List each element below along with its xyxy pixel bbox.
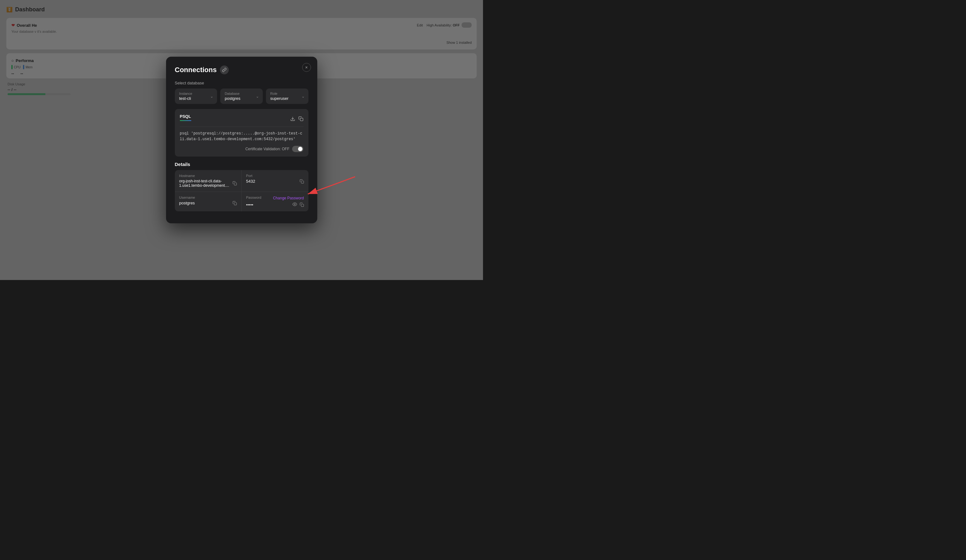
svg-point-5 (294, 204, 295, 205)
modal-header: Connections (175, 66, 309, 74)
svg-rect-1 (300, 118, 303, 121)
username-value: postgres (179, 200, 195, 205)
role-value: superuser (270, 96, 304, 101)
modal-overlay: Connections × Select database Instance t… (0, 0, 483, 280)
psql-action-icons (290, 116, 304, 121)
cert-validation-toggle[interactable] (292, 146, 304, 152)
chain-icon (220, 66, 229, 74)
toggle-password-button[interactable] (292, 202, 297, 208)
database-label: Database (225, 92, 258, 95)
details-grid: Hostname org-josh-inst-test-cli.data-1.u… (175, 170, 309, 211)
copy-password-button[interactable] (300, 202, 304, 207)
role-label: Role (270, 92, 304, 95)
role-chevron-icon: ⌄ (302, 94, 305, 99)
hostname-value: org-josh-inst-test-cli.data-1.use1.tembo… (179, 179, 233, 188)
select-database-label: Select database (175, 80, 309, 85)
close-button[interactable]: × (302, 63, 311, 72)
copy-hostname-button[interactable] (233, 181, 237, 186)
database-select[interactable]: Database postgres ⌄ (220, 89, 263, 104)
svg-rect-4 (234, 202, 237, 205)
password-value-row: ••••• (246, 202, 304, 208)
psql-divider (180, 126, 304, 127)
port-value-row: 5432 (246, 179, 304, 184)
instance-chevron-icon: ⌄ (210, 94, 213, 99)
hostname-cell: Hostname org-josh-inst-test-cli.data-1.u… (175, 170, 242, 192)
hostname-label: Hostname (179, 174, 237, 177)
change-password-link[interactable]: Change Password (273, 196, 304, 200)
password-cell: Password Change Password ••••• (242, 192, 309, 211)
psql-tab[interactable]: PSQL (180, 113, 191, 124)
password-icons (292, 202, 304, 208)
cert-validation-row: Certificate Validation: OFF (180, 146, 304, 152)
role-select[interactable]: Role superuser ⌄ (266, 89, 309, 104)
copy-port-button[interactable] (300, 179, 304, 184)
copy-username-button[interactable] (233, 201, 237, 205)
instance-value: test-cli (179, 96, 213, 101)
cert-validation-label: Certificate Validation: OFF (245, 147, 289, 151)
psql-tab-underline (180, 120, 191, 121)
instance-select[interactable]: Instance test-cli ⌄ (175, 89, 217, 104)
port-label: Port (246, 174, 304, 177)
hostname-port-row: Hostname org-josh-inst-test-cli.data-1.u… (175, 170, 309, 192)
svg-rect-2 (234, 183, 237, 185)
port-value: 5432 (246, 179, 255, 184)
username-cell: Username postgres (175, 192, 242, 211)
svg-rect-6 (301, 204, 304, 207)
username-label: Username (179, 195, 237, 199)
hostname-value-row: org-josh-inst-test-cli.data-1.use1.tembo… (179, 179, 237, 188)
database-value: postgres (225, 96, 258, 101)
svg-rect-3 (301, 181, 304, 183)
selects-row: Instance test-cli ⌄ Database postgres ⌄ … (175, 89, 309, 104)
connections-modal: Connections × Select database Instance t… (166, 57, 317, 223)
instance-label: Instance (179, 92, 213, 95)
password-label: Password (246, 195, 261, 199)
port-cell: Port 5432 (242, 170, 309, 192)
details-label: Details (175, 162, 309, 167)
psql-section: PSQL (175, 109, 309, 156)
password-value: ••••• (246, 202, 253, 207)
modal-title: Connections (175, 66, 217, 74)
username-value-row: postgres (179, 200, 237, 205)
username-password-row: Username postgres Password (175, 192, 309, 211)
psql-command: psql 'postgresql://postgres:.....@org-jo… (180, 131, 304, 142)
download-button[interactable] (290, 116, 295, 121)
copy-command-button[interactable] (298, 116, 304, 121)
psql-tabs: PSQL (180, 113, 304, 124)
database-chevron-icon: ⌄ (256, 94, 259, 99)
